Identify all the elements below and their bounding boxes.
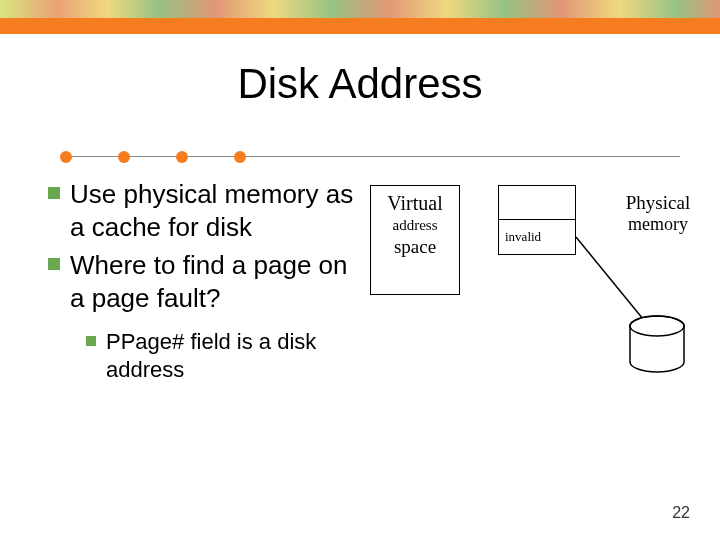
sub-bullet-list: PPage# field is a disk address	[86, 328, 358, 383]
vas-line1: Virtual	[371, 192, 459, 215]
physical-memory-label: Physical memory	[618, 192, 698, 235]
square-bullet-icon	[48, 187, 60, 199]
dot-icon	[234, 151, 246, 163]
page-table-box: invalid	[498, 185, 576, 255]
dot-icon	[176, 151, 188, 163]
page-table-row-invalid: invalid	[499, 220, 575, 254]
dot-icon	[118, 151, 130, 163]
pm-line1: Physical	[618, 192, 698, 214]
square-bullet-icon	[48, 258, 60, 270]
slide-title: Disk Address	[0, 60, 720, 108]
slide: Disk Address Use physical memory as a ca…	[0, 0, 720, 540]
page-number: 22	[672, 504, 690, 522]
dot-icon	[60, 151, 72, 163]
list-item: PPage# field is a disk address	[86, 328, 358, 383]
square-bullet-icon	[86, 336, 96, 346]
list-item: Use physical memory as a cache for disk	[48, 178, 358, 243]
bullet-list: Use physical memory as a cache for disk …	[48, 178, 358, 389]
page-table-row	[499, 186, 575, 220]
sub-bullet-text: PPage# field is a disk address	[106, 328, 358, 383]
vas-line3: space	[371, 236, 459, 258]
vas-line2: address	[371, 217, 459, 234]
bullet-text: Where to find a page on a page fault?	[70, 249, 358, 314]
list-item: Where to find a page on a page fault?	[48, 249, 358, 314]
decorative-orange-bar	[0, 18, 720, 34]
decorative-dots	[60, 150, 292, 164]
decorative-top-band	[0, 0, 720, 18]
bullet-text: Use physical memory as a cache for disk	[70, 178, 358, 243]
memory-diagram: Virtual address space invalid Physical m…	[370, 180, 700, 430]
disk-icon	[628, 315, 686, 373]
pm-line2: memory	[618, 214, 698, 235]
virtual-address-space-box: Virtual address space	[370, 185, 460, 295]
